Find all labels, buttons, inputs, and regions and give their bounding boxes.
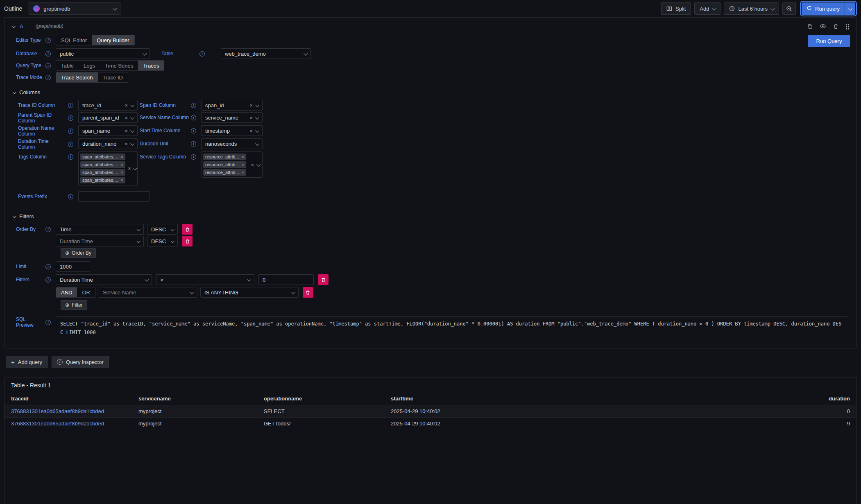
trace-mode-option-trace-search[interactable]: Trace Search	[56, 72, 98, 82]
chevron-down-icon	[143, 51, 147, 55]
zoom-out-button[interactable]	[782, 2, 796, 15]
clear-icon[interactable]: ×	[125, 103, 128, 108]
start-time-column-select[interactable]: timestamp×	[201, 125, 263, 136]
clear-icon[interactable]: ×	[125, 115, 128, 120]
filter-logic-and[interactable]: AND	[56, 287, 77, 297]
filter-row-2: AND OR Service Name IS ANYTHING	[16, 287, 850, 298]
span-id-column-select[interactable]: span_id×	[201, 100, 263, 111]
query-datasource-hint: (greptimedb)	[36, 23, 63, 29]
database-select[interactable]: public	[56, 48, 150, 59]
clear-all-icon[interactable]: ×	[128, 166, 131, 171]
trace-id-link[interactable]: 3768831301ea0d65adaef8b9da1cbded	[11, 420, 104, 427]
duration-time-column-select[interactable]: duration_nano×	[78, 138, 138, 149]
column-header-servicename[interactable]: servicename	[134, 392, 259, 405]
remove-order-by-button[interactable]	[182, 236, 193, 246]
add-query-button[interactable]: + Add query	[6, 356, 48, 368]
remove-tag-icon[interactable]: ×	[242, 155, 244, 159]
clear-icon[interactable]: ×	[249, 103, 253, 108]
clear-icon[interactable]: ×	[249, 115, 253, 120]
remove-tag-icon[interactable]: ×	[242, 170, 244, 175]
add-filter-button[interactable]: ⊕ Filter	[61, 300, 87, 310]
time-range-label: Last 6 hours	[738, 6, 768, 12]
query-type-option-logs[interactable]: Logs	[79, 61, 100, 70]
chevron-down-icon	[170, 227, 174, 231]
order-by-direction-select[interactable]: DESC	[147, 224, 178, 235]
remove-tag-icon[interactable]: ×	[120, 178, 123, 183]
filter-operator-select[interactable]: >	[156, 274, 254, 285]
table-cell-duration: 0	[511, 405, 856, 417]
clear-icon[interactable]: ×	[249, 128, 253, 133]
add-order-by-button[interactable]: ⊕ Order By	[61, 248, 96, 258]
query-inspector-button[interactable]: i Query inspector	[52, 356, 109, 368]
remove-tag-icon[interactable]: ×	[242, 163, 244, 167]
run-query-button[interactable]: Run query	[802, 2, 845, 15]
clear-icon[interactable]: ×	[125, 128, 128, 133]
query-type-option-table[interactable]: Table	[56, 61, 79, 70]
datasource-picker[interactable]: greptimedb	[28, 2, 121, 15]
remove-tag-icon[interactable]: ×	[120, 163, 123, 167]
tags-column-multiselect[interactable]: span_attributes....× span_attributes....…	[78, 151, 138, 185]
column-header-starttime[interactable]: starttime	[386, 392, 511, 405]
remove-tag-icon[interactable]: ×	[120, 155, 123, 159]
filter-operator-select[interactable]: IS ANYTHING	[200, 287, 299, 298]
parent-span-id-column-select[interactable]: parent_span_id×	[78, 112, 138, 123]
filter-value-input[interactable]: 0	[258, 274, 314, 285]
columns-section-header[interactable]: Columns	[13, 89, 850, 95]
query-type-option-traces[interactable]: Traces	[138, 61, 164, 70]
info-icon: i	[45, 38, 51, 43]
service-tags-column-multiselect[interactable]: resource_attrib...× resource_attrib...× …	[201, 151, 263, 178]
info-icon: i	[68, 142, 73, 147]
table-cell-traceid[interactable]: 3768831301ea0d65adaef8b9da1cbded	[5, 417, 134, 429]
remove-tag-icon[interactable]: ×	[120, 170, 123, 175]
chevron-down-icon	[712, 6, 716, 10]
column-header-operationname[interactable]: operationname	[259, 392, 386, 405]
column-header-traceid[interactable]: traceid	[5, 392, 134, 405]
chevron-down-icon	[291, 290, 295, 294]
run-query-split-button: Run query	[802, 2, 855, 15]
split-button[interactable]: Split	[661, 2, 691, 15]
limit-input[interactable]: 1000	[56, 261, 90, 272]
duration-unit-select[interactable]: nanoseconds	[201, 138, 263, 149]
column-header-duration[interactable]: duration	[511, 392, 856, 405]
hide-response-button[interactable]	[820, 23, 826, 29]
add-button[interactable]: Add	[694, 2, 721, 15]
filter-logic-or[interactable]: OR	[77, 287, 95, 297]
delete-query-button[interactable]	[833, 23, 839, 29]
trace-id-link[interactable]: 3768831301ea0d65adaef8b9da1cbded	[11, 408, 104, 414]
filters-section-header[interactable]: Filters	[13, 213, 850, 219]
operation-name-column-select[interactable]: span_name×	[78, 125, 138, 136]
trace-id-column-select[interactable]: trace_id×	[78, 100, 138, 111]
remove-filter-button[interactable]	[318, 274, 329, 285]
time-range-picker[interactable]: Last 6 hours	[724, 2, 779, 15]
filters-section-title: Filters	[19, 213, 34, 219]
remove-filter-button[interactable]	[303, 287, 313, 298]
drag-handle-icon[interactable]	[845, 23, 850, 29]
explore-screen: Outline greptimedb Split Add Last 6 hour…	[0, 0, 861, 504]
query-type-option-time-series[interactable]: Time Series	[100, 61, 138, 70]
multiselect-controls: ×	[125, 166, 137, 171]
panel-run-query-button[interactable]: Run Query	[808, 35, 850, 47]
table-cell-traceid[interactable]: 3768831301ea0d65adaef8b9da1cbded	[5, 405, 134, 417]
clear-icon[interactable]: ×	[125, 141, 128, 147]
trace-mode-option-trace-id[interactable]: Trace ID	[98, 72, 128, 82]
order-by-direction-select[interactable]: DESC	[147, 236, 178, 246]
tags-column-label: Tags Columni	[18, 151, 78, 162]
columns-row-tags: Tags Columni span_attributes....× span_a…	[18, 151, 850, 185]
table-select[interactable]: web_trace_demo	[221, 48, 311, 59]
query-ref-id[interactable]: A	[20, 23, 23, 29]
remove-order-by-button[interactable]	[182, 224, 193, 235]
service-name-column-select[interactable]: service_name×	[201, 112, 263, 123]
run-query-caret-button[interactable]	[845, 2, 855, 15]
editor-type-option-sql-editor[interactable]: SQL Editor	[56, 35, 92, 45]
filter-field-select[interactable]: Duration Time	[56, 274, 152, 285]
editor-type-option-query-builder[interactable]: Query Builder	[92, 35, 134, 45]
events-prefix-input[interactable]	[78, 191, 150, 202]
editor-type-label: Editor Type i	[16, 35, 56, 45]
clear-all-icon[interactable]: ×	[251, 162, 254, 167]
order-by-field-select[interactable]: Time	[56, 224, 144, 235]
filter-field-select[interactable]: Service Name	[99, 287, 197, 298]
filters-label: Filtersi	[16, 274, 56, 285]
order-by-field-select[interactable]: Duration Time	[56, 236, 144, 246]
duplicate-query-button[interactable]	[807, 23, 813, 29]
query-collapse-chevron-icon[interactable]	[11, 24, 16, 28]
